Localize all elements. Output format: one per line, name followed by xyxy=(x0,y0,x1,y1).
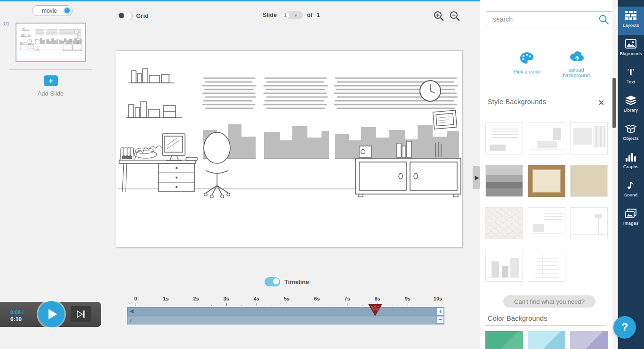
upload-background-button[interactable]: upload background xyxy=(553,51,600,78)
backgrounds-icon xyxy=(625,38,636,49)
search-icon[interactable] xyxy=(598,14,609,27)
pick-color-button[interactable]: Pick a color xyxy=(503,52,550,74)
timeline-toggle-knob[interactable] xyxy=(273,278,279,284)
style-header-divider xyxy=(485,109,606,109)
timeline-tick-mark xyxy=(408,303,408,306)
timeline-tick-label: 0 xyxy=(134,296,137,301)
zoom-out-button[interactable] xyxy=(449,10,460,24)
zoom-out-icon xyxy=(449,10,460,22)
next-slide-button[interactable] xyxy=(71,306,91,322)
timeline-tick-minor xyxy=(181,305,181,306)
slide-canvas[interactable] xyxy=(116,50,463,248)
timeline-tick-label: 5s xyxy=(284,296,290,301)
color-swatch-green[interactable] xyxy=(485,331,523,349)
time-separator: / xyxy=(21,309,24,315)
nav-item-bkgrounds[interactable]: Bkgrounds xyxy=(618,35,644,63)
app-window: movie 01 + Add Slide 0:08 / 0:10 Grid Sl… xyxy=(0,0,644,349)
nav-item-label: Layouts xyxy=(623,23,639,28)
help-button[interactable]: ? xyxy=(613,316,636,339)
timeline-tick-label: 4s xyxy=(254,296,259,301)
time-total: 0:10 xyxy=(10,316,22,323)
background-thumbnail-beige[interactable] xyxy=(570,165,608,197)
upload-cloud-icon xyxy=(568,51,584,62)
background-thumbnail-lamp-room[interactable] xyxy=(570,207,608,239)
of-label: of xyxy=(307,12,313,18)
slide-thumbnail[interactable] xyxy=(16,23,86,62)
background-thumbnail-sofa-room[interactable] xyxy=(528,122,565,154)
slide-current-number: 1 xyxy=(282,11,289,19)
timeline-tick-mark xyxy=(347,303,347,306)
timeline-tick-minor xyxy=(393,305,393,306)
add-slide-button[interactable]: + xyxy=(44,75,58,86)
svg-text:T: T xyxy=(628,67,634,77)
search-box xyxy=(486,11,613,27)
nav-item-library[interactable]: Library xyxy=(618,91,644,120)
nav-item-label: Sound xyxy=(624,192,637,197)
color-backgrounds-header: Color Backgrounds xyxy=(488,315,547,322)
track-prev-icon[interactable]: ◀ xyxy=(129,308,133,314)
timeline-tick-mark xyxy=(257,303,257,306)
timeline-tick-label: 10s xyxy=(434,296,442,301)
pick-color-label: Pick a color xyxy=(503,69,550,74)
text-icon: T xyxy=(625,66,636,78)
timeline-tick-mark xyxy=(166,303,166,306)
background-thumbnail-office-room[interactable] xyxy=(528,207,565,239)
nav-item-label: Images xyxy=(623,220,638,226)
nav-item-label: Graphs xyxy=(623,164,638,169)
nav-item-graphs[interactable]: Graphs xyxy=(618,148,644,176)
slide-total-number: 1 xyxy=(317,12,320,18)
add-slide-label: Add Slide xyxy=(0,90,101,97)
cant-find-button[interactable]: Can't find what you need? xyxy=(503,295,596,308)
color-swatch-light-blue[interactable] xyxy=(528,331,565,349)
panel-scrollbar[interactable] xyxy=(612,0,616,349)
timeline-audio-track[interactable]: ♪ xyxy=(127,316,444,325)
timeline-tick-minor xyxy=(211,305,212,306)
zoom-in-button[interactable] xyxy=(433,10,444,24)
grid-toggle-knob[interactable] xyxy=(119,13,124,18)
grid-toggle[interactable] xyxy=(118,12,133,20)
color-swatch-lavender[interactable] xyxy=(570,331,608,349)
timeline-label: Timeline xyxy=(284,278,309,285)
nav-item-images[interactable]: Images xyxy=(618,204,644,233)
timeline-tick-mark xyxy=(226,303,227,306)
nav-item-objects[interactable]: Objects xyxy=(618,120,644,148)
play-button[interactable] xyxy=(38,301,64,327)
close-icon[interactable]: ✕ xyxy=(598,98,604,108)
zoom-in-icon xyxy=(433,10,444,22)
nav-item-text[interactable]: TText xyxy=(618,63,644,91)
panel-scrollbar-thumb[interactable] xyxy=(612,78,616,128)
timeline-tick-label: 3s xyxy=(223,296,229,301)
timeline-zoom-out-button[interactable]: − xyxy=(436,316,444,324)
play-icon xyxy=(48,309,57,319)
background-thumbnail-wood-frame[interactable] xyxy=(528,165,565,197)
timeline-tick-mark xyxy=(317,303,317,306)
time-current: 0:08 xyxy=(10,309,21,315)
background-thumbnail-curtain-window[interactable] xyxy=(570,122,608,154)
background-thumbnail-paper[interactable] xyxy=(485,207,523,239)
timeline-tick-label: 8s xyxy=(374,296,380,301)
color-header-divider xyxy=(485,325,606,325)
timeline-tick-minor xyxy=(332,305,332,306)
background-thumbnail-blinds-room[interactable] xyxy=(485,122,523,154)
timeline-tick-label: 7s xyxy=(344,296,350,301)
upload-background-label-line1: upload xyxy=(553,67,600,73)
background-thumbnail-city[interactable] xyxy=(485,250,523,282)
background-thumbnail-garden[interactable] xyxy=(485,165,523,197)
timeline-toggle[interactable] xyxy=(265,277,280,286)
timeline-zoom-in-button[interactable]: + xyxy=(436,308,444,315)
timeline-playhead[interactable] xyxy=(368,304,382,318)
search-input[interactable] xyxy=(486,11,613,27)
timeline-tick-label: 9s xyxy=(405,296,411,301)
background-thumbnail-window-view[interactable] xyxy=(528,250,565,282)
sound-icon xyxy=(626,179,636,191)
graphs-icon xyxy=(625,151,636,162)
images-icon xyxy=(625,208,636,219)
movie-mode-toggle[interactable]: movie xyxy=(32,5,72,16)
timeline-slide-track[interactable]: ◀ xyxy=(127,307,444,316)
nav-item-layouts[interactable]: Layouts xyxy=(618,7,644,35)
nav-item-sound[interactable]: Sound xyxy=(618,176,644,204)
movie-toggle-knob[interactable] xyxy=(64,7,71,14)
backgrounds-panel: Pick a color upload background Style Bac… xyxy=(480,0,618,349)
slide-number-dropdown[interactable]: 1 ▾ xyxy=(281,11,303,19)
timeline-tick-minor xyxy=(423,305,423,306)
